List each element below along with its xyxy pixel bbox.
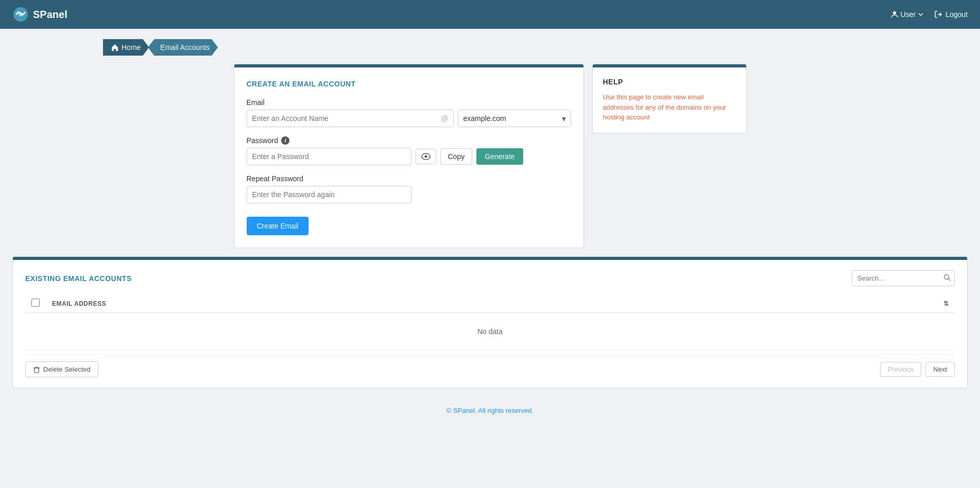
email-address-column-header: EMAIL ADDRESS bbox=[46, 294, 934, 313]
svg-point-4 bbox=[424, 155, 427, 158]
domain-select[interactable]: example.com bbox=[458, 110, 571, 127]
brand-icon bbox=[12, 6, 29, 23]
delete-selected-label: Delete Selected bbox=[43, 365, 91, 373]
home-icon bbox=[111, 44, 118, 51]
password-input-wrap bbox=[247, 148, 411, 165]
svg-line-6 bbox=[949, 278, 951, 281]
password-input[interactable] bbox=[247, 148, 411, 165]
page-footer: © SPanel. All rights reserved. bbox=[0, 396, 980, 425]
footer-text: © SPanel. All rights reserved. bbox=[446, 407, 534, 414]
checkbox-header bbox=[25, 294, 46, 313]
brand-name: SPanel bbox=[33, 9, 67, 21]
svg-point-1 bbox=[19, 12, 23, 16]
help-card: HELP Use this page to create new email a… bbox=[592, 64, 747, 133]
at-sign-icon: @ bbox=[441, 114, 448, 123]
email-name-input[interactable] bbox=[247, 110, 454, 127]
password-row: Copy Generate bbox=[247, 148, 571, 165]
repeat-password-label-text: Repeat Password bbox=[247, 175, 304, 183]
no-data-cell: No data bbox=[25, 313, 955, 351]
chevron-down-icon bbox=[918, 11, 924, 18]
no-data-row: No data bbox=[25, 313, 955, 351]
existing-accounts-section: EXISTING EMAIL ACCOUNTS bbox=[12, 256, 968, 388]
search-input[interactable] bbox=[852, 270, 955, 286]
svg-point-2 bbox=[893, 11, 896, 14]
repeat-password-input[interactable] bbox=[247, 186, 411, 203]
logout-button[interactable]: Logout bbox=[934, 10, 968, 19]
breadcrumb-current: Email Accounts bbox=[148, 39, 218, 56]
password-form-group: Password i bbox=[247, 136, 571, 165]
delete-selected-button[interactable]: Delete Selected bbox=[25, 361, 98, 377]
next-button[interactable]: Next bbox=[925, 362, 955, 377]
email-form-group: Email @ example.com ▾ bbox=[247, 98, 571, 127]
user-icon bbox=[890, 10, 899, 19]
svg-rect-7 bbox=[33, 368, 40, 369]
existing-accounts-title: EXISTING EMAIL ACCOUNTS bbox=[25, 274, 132, 283]
breadcrumb-home[interactable]: Home bbox=[103, 39, 149, 56]
repeat-password-label: Repeat Password bbox=[247, 175, 571, 183]
breadcrumb: Home Email Accounts bbox=[103, 39, 980, 56]
user-label: User bbox=[901, 10, 916, 19]
no-data-label: No data bbox=[31, 317, 949, 346]
create-form-section: CREATE AN EMAIL ACCOUNT Email @ example.… bbox=[234, 64, 584, 248]
domain-select-wrap: example.com ▾ bbox=[458, 110, 571, 127]
email-label: Email bbox=[247, 98, 571, 107]
help-section: HELP Use this page to create new email a… bbox=[592, 64, 747, 248]
create-form-title: CREATE AN EMAIL ACCOUNT bbox=[247, 80, 571, 88]
generate-button-label: Generate bbox=[485, 152, 514, 161]
help-card-body: HELP Use this page to create new email a… bbox=[593, 67, 746, 133]
create-email-card: CREATE AN EMAIL ACCOUNT Email @ example.… bbox=[234, 64, 584, 248]
email-address-column-label: EMAIL ADDRESS bbox=[52, 300, 106, 307]
help-text: Use this page to create new email addres… bbox=[603, 92, 736, 123]
breadcrumb-home-label: Home bbox=[122, 43, 141, 51]
password-label-text: Password bbox=[247, 136, 278, 145]
eye-icon bbox=[421, 153, 431, 160]
existing-accounts-card: EXISTING EMAIL ACCOUNTS bbox=[12, 256, 968, 388]
password-label: Password i bbox=[247, 136, 571, 145]
card-body: CREATE AN EMAIL ACCOUNT Email @ example.… bbox=[234, 67, 583, 248]
generate-button[interactable]: Generate bbox=[476, 148, 523, 165]
search-icon bbox=[943, 274, 951, 283]
previous-button-label: Previous bbox=[888, 365, 914, 373]
logout-label: Logout bbox=[945, 10, 968, 19]
show-password-button[interactable] bbox=[416, 149, 436, 164]
copy-button[interactable]: Copy bbox=[440, 148, 473, 165]
existing-accounts-footer: Delete Selected Previous Next bbox=[25, 355, 955, 377]
user-menu[interactable]: User bbox=[890, 10, 924, 19]
next-button-label: Next bbox=[933, 365, 947, 373]
sort-icon: ⇅ bbox=[943, 300, 949, 307]
sort-column-header[interactable]: ⇅ bbox=[934, 294, 955, 313]
header-actions: User Logout bbox=[890, 10, 968, 19]
previous-button[interactable]: Previous bbox=[880, 362, 922, 377]
pagination: Previous Next bbox=[880, 362, 955, 377]
email-input-row: @ example.com ▾ bbox=[247, 110, 571, 127]
trash-icon bbox=[33, 366, 40, 373]
create-email-button-label: Create Email bbox=[257, 222, 299, 230]
app-header: SPanel User Logout bbox=[0, 0, 980, 29]
table-header-row: EMAIL ADDRESS ⇅ bbox=[25, 294, 955, 313]
password-info-icon[interactable]: i bbox=[281, 136, 289, 145]
existing-top-row: EXISTING EMAIL ACCOUNTS bbox=[25, 270, 955, 286]
existing-card-body: EXISTING EMAIL ACCOUNTS bbox=[13, 260, 967, 388]
email-name-input-wrap: @ bbox=[247, 110, 454, 127]
search-wrap bbox=[852, 270, 955, 286]
accounts-table: EMAIL ADDRESS ⇅ No data bbox=[25, 294, 955, 351]
create-email-button[interactable]: Create Email bbox=[247, 217, 309, 235]
brand-logo: SPanel bbox=[12, 6, 67, 23]
repeat-password-input-wrap bbox=[247, 186, 411, 203]
copy-button-label: Copy bbox=[448, 152, 465, 161]
select-all-checkbox[interactable] bbox=[31, 299, 40, 307]
logout-icon bbox=[934, 10, 942, 19]
email-label-text: Email bbox=[247, 98, 265, 107]
breadcrumb-current-label: Email Accounts bbox=[160, 43, 210, 51]
help-title: HELP bbox=[603, 78, 736, 86]
repeat-password-form-group: Repeat Password bbox=[247, 175, 571, 203]
main-content: CREATE AN EMAIL ACCOUNT Email @ example.… bbox=[0, 64, 980, 248]
